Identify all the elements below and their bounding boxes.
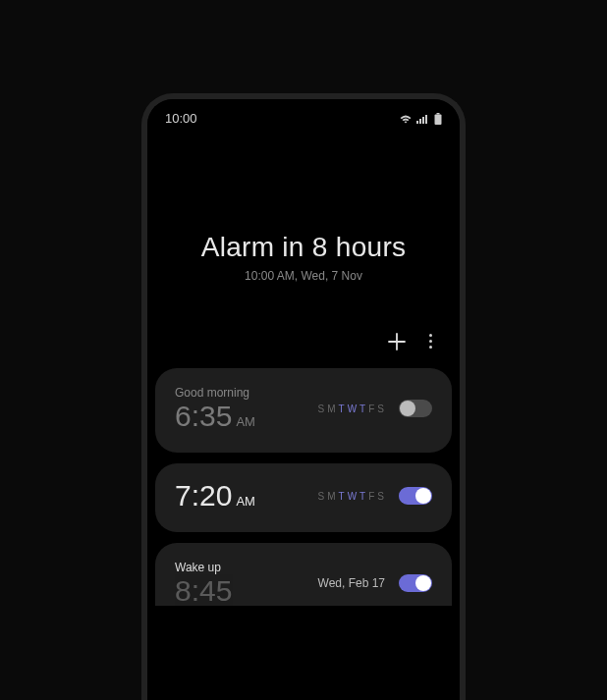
day-thu: T: [359, 491, 366, 502]
phone-frame: 10:00 Alarm in 8 hours 10:00 AM,: [141, 93, 466, 700]
time-value: 7:20: [175, 481, 232, 511]
toggle-knob: [400, 401, 415, 416]
action-bar: [147, 312, 460, 368]
more-options-button[interactable]: [427, 330, 434, 352]
svg-rect-1: [419, 119, 421, 124]
svg-rect-3: [425, 115, 427, 124]
battery-icon: [434, 113, 442, 125]
alarm-date: Wed, Feb 17: [318, 576, 385, 590]
time-value: 8:45: [175, 576, 232, 606]
day-sat: S: [377, 404, 385, 414]
day-mon: M: [327, 404, 336, 414]
days-indicator: S M T W T F S: [318, 491, 385, 502]
alarm-info: 7:20 AM: [175, 481, 255, 511]
toggle-knob: [415, 488, 431, 504]
alarm-time: 8:45: [175, 576, 232, 606]
alarm-card[interactable]: 7:20 AM S M T W T F S: [155, 463, 452, 532]
day-fri: F: [368, 404, 375, 414]
status-icons: [399, 113, 442, 125]
status-bar: 10:00: [147, 99, 460, 134]
svg-rect-5: [435, 114, 442, 125]
day-tue: T: [339, 404, 346, 414]
alarm-controls: S M T W T F S: [318, 487, 432, 505]
alarm-time: 6:35 AM: [175, 402, 255, 431]
alarm-controls: Wed, Feb 17: [318, 574, 432, 592]
day-tue: T: [339, 491, 346, 502]
alarm-info: Wake up 8:45: [175, 561, 232, 606]
day-wed: W: [348, 491, 358, 502]
day-sun: S: [318, 491, 326, 502]
svg-rect-0: [416, 121, 418, 124]
time-period: AM: [236, 494, 255, 509]
svg-rect-2: [422, 117, 424, 124]
alarm-time: 7:20 AM: [175, 481, 255, 511]
header-title: Alarm in 8 hours: [167, 232, 440, 263]
toggle-knob: [415, 575, 431, 591]
alarm-toggle[interactable]: [399, 487, 432, 505]
time-value: 6:35: [175, 402, 232, 431]
days-indicator: S M T W T F S: [318, 404, 385, 414]
time-period: AM: [236, 414, 255, 429]
add-alarm-button[interactable]: [388, 333, 406, 350]
screen: 10:00 Alarm in 8 hours 10:00 AM,: [147, 99, 460, 700]
alarm-list: Good morning 6:35 AM S M T W T F S: [147, 368, 460, 606]
alarm-label: Wake up: [175, 561, 232, 574]
wifi-icon: [399, 113, 413, 124]
header-subtitle: 10:00 AM, Wed, 7 Nov: [167, 269, 440, 283]
alarm-card[interactable]: Wake up 8:45 Wed, Feb 17: [155, 543, 452, 606]
day-thu: T: [359, 404, 366, 414]
status-time: 10:00: [165, 111, 197, 126]
day-fri: F: [368, 491, 375, 502]
alarm-toggle[interactable]: [399, 400, 432, 417]
day-wed: W: [348, 404, 358, 414]
day-sat: S: [377, 491, 385, 502]
header-section: Alarm in 8 hours 10:00 AM, Wed, 7 Nov: [147, 134, 460, 312]
day-mon: M: [327, 491, 336, 502]
svg-rect-4: [437, 113, 440, 115]
alarm-card[interactable]: Good morning 6:35 AM S M T W T F S: [155, 368, 452, 453]
alarm-controls: S M T W T F S: [318, 400, 432, 417]
alarm-info: Good morning 6:35 AM: [175, 386, 255, 431]
day-sun: S: [318, 404, 326, 414]
signal-icon: [416, 113, 430, 124]
alarm-label: Good morning: [175, 386, 255, 400]
alarm-toggle[interactable]: [399, 574, 432, 592]
